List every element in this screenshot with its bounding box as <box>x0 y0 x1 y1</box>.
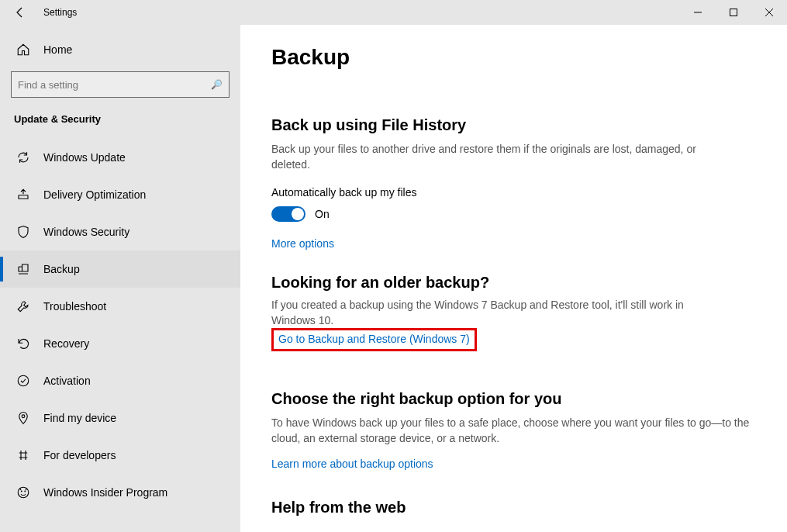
sidebar-item-windows-security[interactable]: Windows Security <box>0 213 240 250</box>
sidebar-item-windows-insider-program[interactable]: Windows Insider Program <box>0 474 240 511</box>
maximize-button[interactable] <box>716 0 751 25</box>
sidebar-item-label: Activation <box>43 375 91 387</box>
svg-point-8 <box>24 491 26 492</box>
shield-icon <box>16 225 31 239</box>
sidebar-item-delivery-optimization[interactable]: Delivery Optimization <box>0 176 240 213</box>
auto-backup-label: Automatically back up my files <box>271 186 756 199</box>
delivery-icon <box>16 188 31 202</box>
svg-point-5 <box>22 415 25 418</box>
sidebar-item-backup[interactable]: Backup <box>0 250 240 288</box>
search-input[interactable] <box>18 79 211 91</box>
sidebar-item-label: Find my device <box>43 412 116 424</box>
backup-icon <box>16 262 31 276</box>
sidebar-item-activation[interactable]: Activation <box>0 362 240 399</box>
window-title: Settings <box>43 7 77 18</box>
sidebar-item-label: For developers <box>43 449 116 461</box>
learn-more-link[interactable]: Learn more about backup options <box>271 458 433 470</box>
back-button[interactable] <box>9 2 31 23</box>
window-controls <box>680 0 787 25</box>
choose-backup-heading: Choose the right backup option for you <box>271 390 756 408</box>
sync-icon <box>16 150 31 164</box>
sidebar-item-label: Windows Security <box>43 226 129 238</box>
page-title: Backup <box>271 45 756 70</box>
older-backup-heading: Looking for an older backup? <box>271 274 756 292</box>
sidebar-item-label: Windows Update <box>43 151 126 164</box>
sidebar-item-label: Delivery Optimization <box>43 188 146 201</box>
toggle-state-label: On <box>315 208 330 220</box>
help-heading: Help from the web <box>271 499 756 516</box>
search-box[interactable]: 🔍 <box>11 71 230 98</box>
home-nav[interactable]: Home <box>11 33 230 67</box>
search-icon: 🔍 <box>211 79 223 90</box>
highlighted-link-box: Go to Backup and Restore (Windows 7) <box>271 328 477 351</box>
sidebar-item-windows-update[interactable]: Windows Update <box>0 139 240 176</box>
sidebar-item-recovery[interactable]: Recovery <box>0 325 240 362</box>
home-label: Home <box>43 43 72 56</box>
svg-point-7 <box>21 491 22 492</box>
troubleshoot-icon <box>16 299 31 313</box>
activation-icon <box>16 374 31 388</box>
recovery-icon <box>16 337 31 351</box>
older-backup-desc: If you created a backup using the Window… <box>271 298 706 328</box>
sidebar-item-troubleshoot[interactable]: Troubleshoot <box>0 288 240 325</box>
more-options-link[interactable]: More options <box>271 237 334 250</box>
insider-icon <box>16 485 31 499</box>
minimize-button[interactable] <box>680 0 716 25</box>
nav-list: Windows UpdateDelivery OptimizationWindo… <box>0 139 240 511</box>
find-icon <box>16 411 31 425</box>
svg-point-4 <box>18 375 29 386</box>
choose-backup-desc: To have Windows back up your files to a … <box>271 416 752 446</box>
sidebar: Home 🔍 Update & Security Windows UpdateD… <box>0 25 240 532</box>
sidebar-item-for-developers[interactable]: For developers <box>0 437 240 474</box>
sidebar-item-label: Troubleshoot <box>43 300 106 313</box>
category-title: Update & Security <box>14 113 230 125</box>
sidebar-item-find-my-device[interactable]: Find my device <box>0 399 240 437</box>
close-button[interactable] <box>751 0 787 25</box>
sidebar-item-label: Backup <box>43 263 80 275</box>
sidebar-item-label: Recovery <box>43 337 89 350</box>
auto-backup-toggle[interactable] <box>271 206 305 222</box>
home-icon <box>16 43 31 57</box>
backup-restore-win7-link[interactable]: Go to Backup and Restore (Windows 7) <box>278 333 470 345</box>
dev-icon <box>16 448 31 462</box>
file-history-desc: Back up your files to another drive and … <box>271 142 706 172</box>
main-content: Backup Back up files Back up using File … <box>240 25 787 532</box>
svg-rect-1 <box>730 9 737 16</box>
sidebar-item-label: Windows Insider Program <box>43 486 167 499</box>
titlebar: Settings <box>0 0 787 25</box>
file-history-heading: Back up using File History <box>271 116 756 134</box>
